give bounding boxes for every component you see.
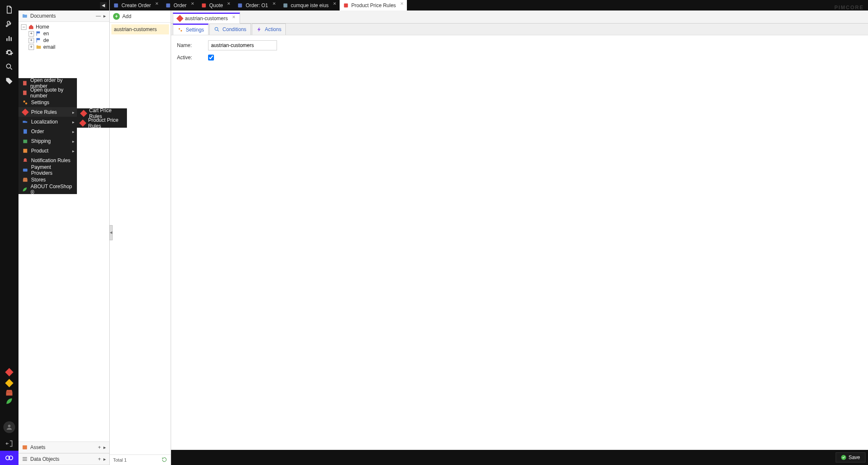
diamond-red-icon <box>22 109 29 116</box>
svg-rect-20 <box>283 3 287 7</box>
plus-icon[interactable]: + <box>98 444 101 450</box>
chevron-right-icon[interactable]: ▸ <box>103 444 106 450</box>
menu-item[interactable]: ABOUT CoreShop ® <box>18 184 77 194</box>
diamond-red-icon <box>80 110 87 117</box>
add-button-icon[interactable]: + <box>113 13 120 20</box>
menu-item[interactable]: Shipping▸ <box>18 136 77 146</box>
submenu-item-label: Product Price Rules <box>88 117 124 129</box>
svg-rect-17 <box>166 3 170 7</box>
leaf-icon[interactable] <box>2 397 16 405</box>
chevron-right-icon[interactable]: ▸ <box>103 13 106 19</box>
tab-label: cumque iste eius <box>291 3 329 8</box>
close-icon[interactable]: ✕ <box>232 15 235 19</box>
menu-item-label: Open quote by number <box>30 87 74 99</box>
menu-item[interactable]: Price Rules▸ <box>18 107 77 117</box>
tree-toggle[interactable]: + <box>29 38 34 43</box>
inner-tab-label: Actions <box>265 26 281 32</box>
tree-toggle[interactable]: + <box>29 31 34 37</box>
reload-icon[interactable] <box>161 457 167 463</box>
tree-node[interactable]: + email <box>18 44 109 50</box>
tree-toggle[interactable]: + <box>29 45 34 50</box>
add-button-label[interactable]: Add <box>122 13 131 19</box>
dataobjects-header[interactable]: Data Objects + ▸ <box>18 453 109 465</box>
tab-label: Quote <box>209 3 223 8</box>
diamond-red-icon[interactable] <box>5 368 13 376</box>
name-label: Name: <box>177 42 202 48</box>
svg-rect-2 <box>11 37 12 41</box>
tab[interactable]: Product Price Rules✕ <box>340 0 407 11</box>
svg-rect-9 <box>37 32 37 36</box>
logout-icon[interactable] <box>2 436 16 451</box>
plus-icon[interactable]: + <box>98 456 101 462</box>
close-icon[interactable]: ✕ <box>227 1 230 6</box>
menu-item-label: ABOUT CoreShop ® <box>31 184 74 195</box>
svg-point-27 <box>23 100 25 102</box>
avatar[interactable] <box>3 421 15 433</box>
tab[interactable]: Quote✕ <box>198 0 234 11</box>
close-icon[interactable]: ✕ <box>272 1 276 6</box>
close-icon[interactable]: ✕ <box>333 1 336 6</box>
total-label: Total 1 <box>113 457 127 462</box>
tab[interactable]: Order✕ <box>162 0 198 11</box>
active-checkbox[interactable] <box>208 55 214 60</box>
close-icon[interactable]: ✕ <box>400 1 404 6</box>
name-input[interactable] <box>208 40 277 50</box>
svg-rect-35 <box>23 179 28 181</box>
image-icon <box>22 444 28 450</box>
save-label: Save <box>849 454 860 460</box>
documents-header[interactable]: Documents — ▸ <box>18 11 109 22</box>
tree-root[interactable]: – Home <box>18 24 109 30</box>
menu-item-label: Stores <box>31 177 46 183</box>
tab[interactable]: Order: O1✕ <box>234 0 279 11</box>
chevron-right-icon[interactable]: ▸ <box>103 456 106 462</box>
tab-actions[interactable]: Actions <box>252 24 286 35</box>
svg-rect-31 <box>24 129 27 134</box>
inner-tab-label: Conditions <box>222 26 246 32</box>
chevron-right-icon: ▸ <box>72 148 74 153</box>
gear-icon[interactable] <box>2 45 16 60</box>
menu-item[interactable]: Localization▸ <box>18 117 77 126</box>
diamond-yellow-icon[interactable] <box>5 379 13 387</box>
tab[interactable]: Create Order✕ <box>110 0 162 11</box>
tree-label: email <box>43 44 55 50</box>
store-mini-icon[interactable] <box>2 389 16 397</box>
collapse-left-button[interactable]: ◀ <box>100 2 107 9</box>
menu-item[interactable]: Product▸ <box>18 146 77 155</box>
wrench-icon[interactable] <box>2 17 16 31</box>
tab-settings[interactable]: Settings <box>173 24 208 35</box>
assets-header[interactable]: Assets + ▸ <box>18 441 109 453</box>
chart-icon[interactable] <box>2 31 16 45</box>
file-icon[interactable] <box>2 3 16 17</box>
close-icon[interactable]: ✕ <box>191 1 194 6</box>
svg-rect-34 <box>23 168 28 171</box>
doc-red-icon <box>22 80 28 87</box>
flag-icon <box>36 37 42 43</box>
workspace: + Add austrian-customers Total 1 austria… <box>110 11 868 465</box>
list-pane: + Add austrian-customers Total 1 <box>110 11 171 465</box>
minimize-icon[interactable]: — <box>96 13 101 19</box>
splitter-handle[interactable]: ◀ <box>109 225 113 240</box>
save-button[interactable]: Save <box>836 452 865 462</box>
tab[interactable]: cumque iste eius✕ <box>279 0 340 11</box>
subtab-label: austrian-customers <box>185 16 228 21</box>
search-icon[interactable] <box>2 60 16 74</box>
tag-icon[interactable] <box>2 74 16 88</box>
add-bar: + Add <box>110 11 171 23</box>
menu-item[interactable]: Settings <box>18 97 77 107</box>
close-icon[interactable]: ✕ <box>155 1 158 6</box>
list-statusbar: Total 1 <box>110 454 171 465</box>
submenu-item[interactable]: Product Price Rules <box>77 118 127 128</box>
content-pane: austrian-customers ✕ Settings Conditions… <box>171 11 868 465</box>
subtabbar: austrian-customers ✕ <box>171 11 868 24</box>
tab-icon <box>343 3 349 8</box>
subtab-rule[interactable]: austrian-customers ✕ <box>173 13 240 24</box>
menu-item[interactable]: Order▸ <box>18 126 77 136</box>
menu-item[interactable]: Open quote by number <box>18 88 77 97</box>
tab-conditions[interactable]: Conditions <box>209 24 251 35</box>
tree-node[interactable]: + de <box>18 37 109 44</box>
menu-item[interactable]: Payment Providers <box>18 165 77 175</box>
list-item-label: austrian-customers <box>114 26 157 32</box>
list-item[interactable]: austrian-customers <box>111 24 169 34</box>
tree-toggle[interactable]: – <box>21 24 26 30</box>
tree-node[interactable]: + en <box>18 30 109 37</box>
